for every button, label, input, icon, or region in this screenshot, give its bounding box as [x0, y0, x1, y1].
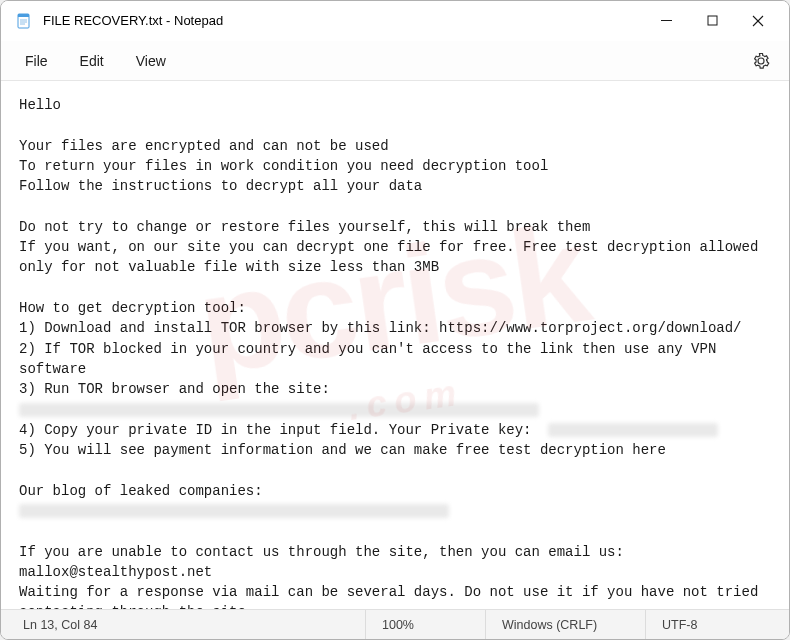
- menu-edit[interactable]: Edit: [66, 47, 118, 75]
- text-line: How to get decryption tool:: [19, 300, 246, 316]
- text-editor[interactable]: Hello Your files are encrypted and can n…: [1, 81, 789, 609]
- statusbar: Ln 13, Col 84 100% Windows (CRLF) UTF-8: [1, 609, 789, 639]
- notepad-app-icon: [15, 12, 33, 30]
- text-line: 1) Download and install TOR browser by t…: [19, 320, 742, 336]
- text-line: Our blog of leaked companies:: [19, 483, 263, 499]
- text-line: mallox@stealthypost.net: [19, 564, 212, 580]
- text-line: Waiting for a response via mail can be s…: [19, 584, 767, 609]
- redacted-private-key: [548, 423, 718, 437]
- status-zoom: 100%: [365, 610, 485, 639]
- text-line: 4) Copy your private ID in the input fie…: [19, 422, 548, 438]
- menubar: File Edit View: [1, 41, 789, 81]
- notepad-window: FILE RECOVERY.txt - Notepad File Edit Vi…: [0, 0, 790, 640]
- window-controls: [643, 5, 781, 37]
- maximize-icon: [707, 15, 718, 26]
- settings-button[interactable]: [743, 43, 779, 79]
- gear-icon: [752, 52, 770, 70]
- status-eol: Windows (CRLF): [485, 610, 645, 639]
- minimize-icon: [661, 15, 672, 26]
- status-encoding: UTF-8: [645, 610, 785, 639]
- text-line: Hello: [19, 97, 61, 113]
- text-line: 2) If TOR blocked in your country and yo…: [19, 341, 725, 377]
- titlebar: FILE RECOVERY.txt - Notepad: [1, 1, 789, 41]
- text-line: Your files are encrypted and can not be …: [19, 138, 389, 154]
- menu-view[interactable]: View: [122, 47, 180, 75]
- maximize-button[interactable]: [689, 5, 735, 37]
- status-position: Ln 13, Col 84: [5, 610, 365, 639]
- text-line: If you are unable to contact us through …: [19, 544, 624, 560]
- text-line: Do not try to change or restore files yo…: [19, 219, 590, 235]
- text-line: To return your files in work condition y…: [19, 158, 548, 174]
- text-line: 5) You will see payment information and …: [19, 442, 666, 458]
- svg-rect-1: [18, 14, 29, 17]
- minimize-button[interactable]: [643, 5, 689, 37]
- close-icon: [752, 15, 764, 27]
- menu-file[interactable]: File: [11, 47, 62, 75]
- text-line: Follow the instructions to decrypt all y…: [19, 178, 422, 194]
- close-button[interactable]: [735, 5, 781, 37]
- redacted-blog-url: [19, 504, 449, 518]
- svg-rect-6: [708, 16, 717, 25]
- text-line: 3) Run TOR browser and open the site:: [19, 381, 330, 397]
- text-line: If you want, on our site you can decrypt…: [19, 239, 767, 275]
- window-title: FILE RECOVERY.txt - Notepad: [43, 13, 223, 28]
- redacted-onion-url: [19, 403, 539, 417]
